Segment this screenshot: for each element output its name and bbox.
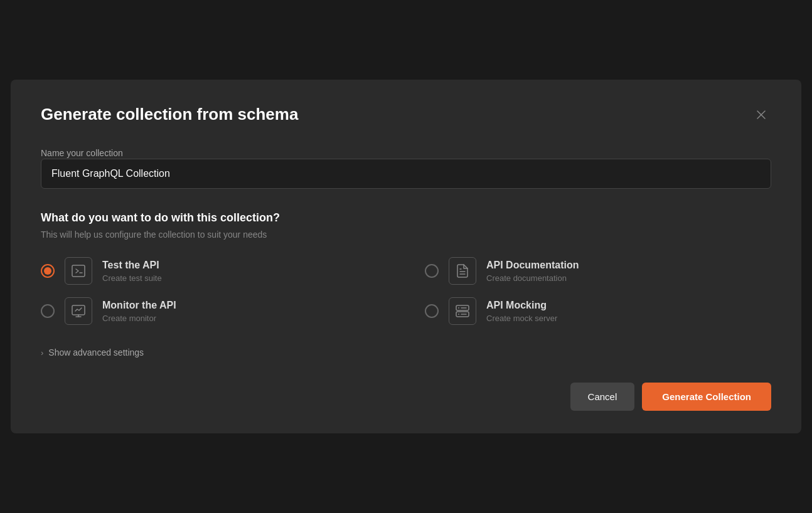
option-mocking[interactable]: API Mocking Create mock server xyxy=(425,297,771,325)
option-mocking-title: API Mocking xyxy=(486,300,557,311)
close-icon xyxy=(754,107,769,122)
dialog-footer: Cancel Generate Collection xyxy=(41,383,771,411)
radio-mocking[interactable] xyxy=(425,304,439,318)
option-monitor[interactable]: Monitor the API Create monitor xyxy=(41,297,387,325)
generate-collection-button[interactable]: Generate Collection xyxy=(642,383,771,411)
terminal-icon xyxy=(65,257,92,285)
dialog-header: Generate collection from schema xyxy=(41,105,771,125)
dialog: Generate collection from schema Name you… xyxy=(11,80,801,433)
option-test-api[interactable]: Test the API Create test suite xyxy=(41,257,387,285)
purpose-title: What do you want to do with this collect… xyxy=(41,211,771,225)
name-field-label: Name your collection xyxy=(41,148,123,158)
svg-point-12 xyxy=(458,307,459,309)
radio-test-api[interactable] xyxy=(41,264,55,278)
close-button[interactable] xyxy=(751,105,771,125)
option-test-api-title: Test the API xyxy=(102,260,162,271)
option-test-api-desc: Create test suite xyxy=(102,273,162,283)
dialog-title: Generate collection from schema xyxy=(41,105,298,124)
option-api-doc[interactable]: API Documentation Create documentation xyxy=(425,257,771,285)
advanced-settings-toggle[interactable]: › Show advanced settings xyxy=(41,347,771,357)
collection-name-input[interactable] xyxy=(41,159,771,189)
chevron-right-icon: › xyxy=(41,348,43,357)
option-mocking-desc: Create mock server xyxy=(486,314,557,323)
radio-api-doc[interactable] xyxy=(425,264,439,278)
option-api-doc-title: API Documentation xyxy=(486,260,579,271)
svg-point-13 xyxy=(458,314,459,315)
purpose-section: What do you want to do with this collect… xyxy=(41,211,771,325)
name-field-section: Name your collection xyxy=(41,147,771,189)
cancel-button[interactable]: Cancel xyxy=(570,383,635,411)
document-icon xyxy=(449,257,476,285)
purpose-subtitle: This will help us configure the collecti… xyxy=(41,230,771,240)
server-icon xyxy=(449,297,476,325)
monitor-icon xyxy=(65,297,92,325)
advanced-settings-label: Show advanced settings xyxy=(48,347,144,357)
option-api-doc-desc: Create documentation xyxy=(486,273,579,283)
options-grid: Test the API Create test suite xyxy=(41,257,771,325)
option-monitor-desc: Create monitor xyxy=(102,314,176,323)
radio-monitor[interactable] xyxy=(41,304,55,318)
option-monitor-title: Monitor the API xyxy=(102,300,176,311)
